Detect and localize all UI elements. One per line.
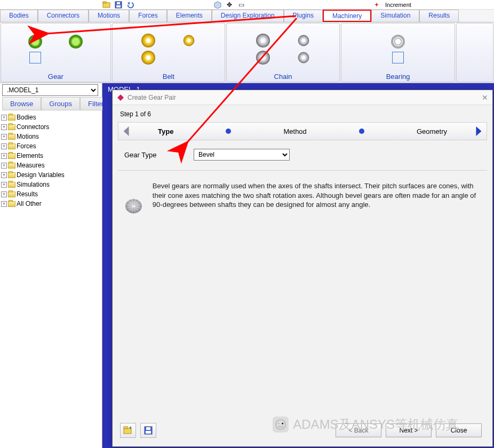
ribbon-label-bearing: Bearing	[386, 73, 410, 81]
cube-icon[interactable]	[212, 1, 223, 9]
dialog-titlebar[interactable]: Create Gear Pair ✕	[113, 90, 492, 105]
ribbon-group-bearing[interactable]: Bearing	[341, 23, 456, 82]
load-settings-button[interactable]	[120, 423, 136, 438]
tree-item[interactable]: +Connectors	[1, 122, 102, 132]
folder-icon	[8, 143, 15, 149]
tree-item[interactable]: +Results	[1, 189, 102, 199]
pulley-small-icon[interactable]	[184, 35, 195, 46]
wizard-nav: Type Method Geometry	[118, 122, 487, 140]
quick-access-bar: ✥ ▭ + Increment	[0, 0, 494, 10]
tab-plugins[interactable]: Plugins	[284, 10, 323, 22]
svg-rect-1	[103, 2, 106, 3]
folder-icon	[8, 124, 15, 130]
sprocket-icon-3[interactable]	[298, 52, 309, 63]
expand-icon[interactable]: +	[1, 191, 7, 197]
ribbon: Gear Belt Chain Bearing	[0, 22, 494, 83]
folder-icon	[8, 115, 15, 121]
tab-bodies[interactable]: Bodies	[0, 10, 38, 22]
gear-chart-icon[interactable]	[29, 52, 41, 63]
folder-icon	[8, 201, 15, 207]
folder-icon	[8, 163, 15, 169]
folder-icon	[8, 134, 15, 140]
expand-icon[interactable]: +	[1, 172, 7, 178]
undo-icon[interactable]	[125, 1, 136, 9]
save-settings-button[interactable]	[140, 423, 156, 438]
svg-point-28	[282, 423, 284, 425]
gear-description-text: Bevel gears are normally used when the a…	[153, 181, 481, 230]
close-icon[interactable]: ✕	[482, 93, 488, 102]
wizard-step-geometry[interactable]: Geometry	[417, 127, 447, 135]
svg-rect-3	[116, 5, 121, 7]
main-tab-bar: Bodies Connectors Motions Forces Element…	[0, 10, 494, 22]
expand-icon[interactable]: +	[1, 134, 7, 140]
folder-icon	[8, 172, 15, 178]
folder-icon	[8, 153, 15, 159]
watermark: ADAMS及ANSYS等机械仿真	[273, 416, 459, 433]
gear-green-icon-2[interactable]	[69, 35, 83, 49]
tree-item[interactable]: +Bodies	[1, 113, 102, 122]
tree-item[interactable]: +Simulations	[1, 180, 102, 189]
pulley-icon-2[interactable]	[141, 51, 155, 65]
browser-tab-groups[interactable]: Groups	[41, 97, 80, 110]
tab-motions[interactable]: Motions	[89, 10, 129, 22]
browser-tab-browse[interactable]: Browse	[2, 97, 41, 110]
sprocket-small-icon[interactable]	[298, 35, 309, 46]
bevel-gear-icon	[124, 181, 143, 230]
ribbon-group-extra[interactable]	[456, 23, 493, 82]
dialog-title-text: Create Gear Pair	[128, 94, 176, 101]
svg-rect-23	[146, 427, 150, 430]
ribbon-group-chain[interactable]: Chain	[226, 23, 340, 82]
tree-item[interactable]: +Elements	[1, 151, 102, 161]
wizard-step-type[interactable]: Type	[158, 127, 173, 135]
wizard-prev-button[interactable]	[118, 124, 133, 139]
expand-icon[interactable]: +	[1, 163, 7, 169]
tree-item[interactable]: +All Other	[1, 199, 102, 209]
tab-simulation[interactable]: Simulation	[371, 10, 419, 22]
ribbon-group-gear[interactable]: Gear	[1, 23, 111, 82]
expand-icon[interactable]: +	[1, 182, 7, 188]
tab-results[interactable]: Results	[419, 10, 459, 22]
select-icon[interactable]: ▭	[236, 1, 246, 9]
expand-icon[interactable]: +	[1, 143, 7, 149]
bearing-chart-icon[interactable]	[392, 52, 404, 63]
svg-point-27	[278, 423, 280, 425]
wizard-dot-icon	[359, 129, 364, 134]
model-select[interactable]: .MODEL_1	[2, 84, 98, 96]
bearing-icon[interactable]	[391, 35, 405, 49]
wizard-step-method[interactable]: Method	[283, 127, 306, 135]
increment-plus-icon[interactable]: +	[371, 1, 382, 9]
expand-icon[interactable]: +	[1, 115, 7, 121]
model-browser: .MODEL_1 Browse Groups Filters +Bodies +…	[0, 83, 102, 448]
open-icon[interactable]	[101, 1, 112, 9]
tab-elements[interactable]: Elements	[167, 10, 212, 22]
pulley-icon[interactable]	[141, 34, 155, 47]
expand-icon[interactable]: +	[1, 153, 7, 159]
tree-item[interactable]: +Measures	[1, 161, 102, 170]
ribbon-label-chain: Chain	[274, 73, 292, 81]
gear-green-icon[interactable]	[28, 35, 42, 49]
tab-forces[interactable]: Forces	[129, 10, 167, 22]
tree-item[interactable]: +Design Variables	[1, 170, 102, 180]
folder-icon	[8, 182, 15, 188]
ribbon-group-belt[interactable]: Belt	[112, 23, 226, 82]
tab-machinery[interactable]: Machinery	[323, 10, 371, 22]
tab-connectors[interactable]: Connectors	[38, 10, 89, 22]
move-icon[interactable]: ✥	[224, 1, 235, 9]
wizard-step-indicator: Step 1 of 6	[120, 110, 487, 118]
wizard-dot-icon	[226, 129, 231, 134]
tree-item[interactable]: +Motions	[1, 132, 102, 141]
expand-icon[interactable]: +	[1, 124, 7, 130]
save-icon[interactable]	[113, 1, 124, 9]
tree-item[interactable]: +Forces	[1, 141, 102, 151]
wizard-next-button[interactable]	[472, 124, 487, 139]
tab-design-exploration[interactable]: Design Exploration	[212, 10, 284, 22]
browser-tabs: Browse Groups Filters	[0, 97, 102, 110]
expand-icon[interactable]: +	[1, 201, 7, 207]
sprocket-icon-2[interactable]	[256, 51, 270, 65]
gear-type-select[interactable]: Bevel	[194, 149, 290, 161]
increment-label: Increment	[383, 2, 413, 8]
gear-description-block: Bevel gears are normally used when the a…	[118, 179, 487, 233]
watermark-icon	[273, 417, 289, 433]
sprocket-icon[interactable]	[256, 34, 270, 47]
divider	[118, 170, 487, 171]
